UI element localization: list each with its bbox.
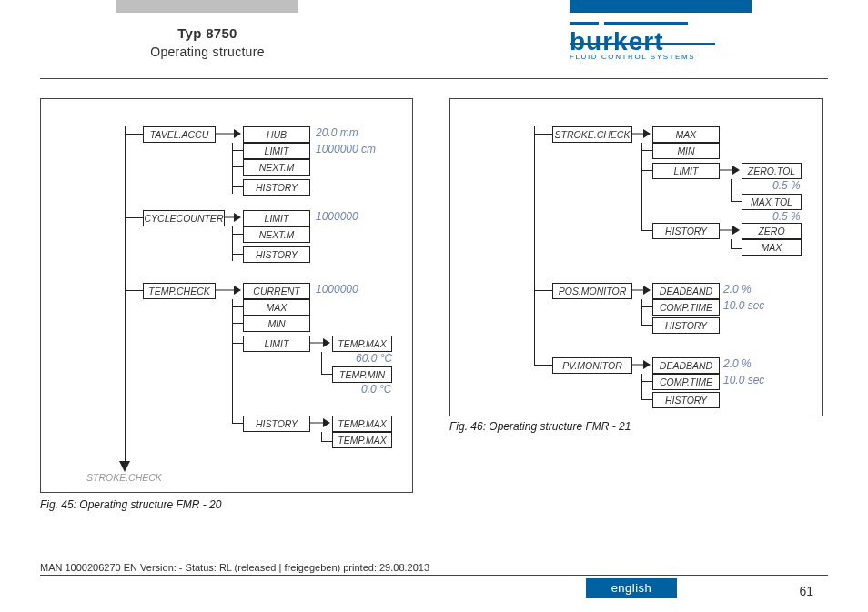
node-pm-comptime: COMP.TIME xyxy=(652,299,720,316)
svg-marker-4 xyxy=(323,338,330,347)
connector xyxy=(731,248,742,249)
figure-46-caption: Fig. 46: Operating structure FMR - 21 xyxy=(449,420,631,433)
doc-section-name: Operating structure xyxy=(116,45,298,59)
node-posmonitor: POS.MONITOR xyxy=(552,283,632,299)
node-cc-limit: LIMIT xyxy=(243,210,310,226)
svg-marker-10 xyxy=(643,360,651,369)
connector xyxy=(641,150,652,151)
backbone-vline xyxy=(125,126,126,468)
figure-45-caption: Fig. 45: Operating structure FMR - 20 xyxy=(40,498,221,511)
svg-marker-1 xyxy=(234,129,241,138)
node-sc-hist-zero: ZERO xyxy=(742,223,802,239)
connector xyxy=(232,423,243,424)
connector xyxy=(125,217,143,218)
connector xyxy=(534,134,552,135)
connector xyxy=(641,374,642,399)
arrow-right-icon xyxy=(720,225,740,236)
arrow-right-icon xyxy=(632,128,651,139)
connector xyxy=(731,179,732,201)
connector xyxy=(534,365,552,366)
node-tc-max: MAX xyxy=(243,299,310,316)
connector xyxy=(321,352,322,374)
node-nextm: NEXT.M xyxy=(243,159,310,176)
node-tc-history: HISTORY xyxy=(243,416,310,432)
connector xyxy=(232,343,243,344)
arrow-right-icon xyxy=(225,212,241,223)
connector xyxy=(125,134,143,135)
value-limit: 1000000 cm xyxy=(316,143,376,156)
connector xyxy=(321,374,332,375)
connector xyxy=(232,299,233,423)
connector xyxy=(641,299,642,325)
node-tc-hist-tempmax1: TEMP.MAX xyxy=(332,416,392,432)
arrow-right-icon xyxy=(216,285,241,296)
value-cc-limit: 1000000 xyxy=(316,210,358,223)
svg-marker-3 xyxy=(234,286,241,295)
node-cc-nextm: NEXT.M xyxy=(243,226,310,243)
value-pm-deadband: 2.0 % xyxy=(723,283,752,296)
connector xyxy=(731,239,732,248)
connector xyxy=(641,306,652,307)
svg-marker-9 xyxy=(643,286,651,295)
connector xyxy=(641,325,652,326)
arrow-right-icon xyxy=(216,128,241,139)
node-pm-history: HISTORY xyxy=(652,317,720,334)
connector xyxy=(641,381,652,382)
footer-note: MAN 1000206270 EN Version: - Status: RL … xyxy=(40,562,429,573)
node-tc-min: MIN xyxy=(243,316,310,332)
header-title-block: Typ 8750 Operating structure xyxy=(116,25,298,59)
value-hub: 20.0 mm xyxy=(316,126,358,139)
svg-marker-7 xyxy=(732,166,740,175)
page: Typ 8750 Operating structure burkert FLU… xyxy=(0,0,868,612)
arrow-right-icon xyxy=(720,165,740,176)
node-tempcheck: TEMP.CHECK xyxy=(143,283,216,299)
node-tc-limit: LIMIT xyxy=(243,336,310,352)
node-tc-hist-tempmax2: TEMP.MAX xyxy=(332,432,392,448)
node-sc-limit: LIMIT xyxy=(652,163,720,179)
svg-marker-2 xyxy=(234,213,241,222)
connector xyxy=(232,323,243,324)
connector xyxy=(641,143,642,230)
node-pvmonitor: PV.MONITOR xyxy=(552,357,632,374)
burkert-logo: burkert FLUID CONTROL SYSTEMS xyxy=(570,22,752,71)
svg-marker-6 xyxy=(643,129,651,138)
connector xyxy=(232,254,243,255)
logo-tagline: FLUID CONTROL SYSTEMS xyxy=(570,53,752,61)
node-history: HISTORY xyxy=(243,179,310,196)
value-pv-comptime: 10.0 sec xyxy=(723,374,764,386)
node-pv-comptime: COMP.TIME xyxy=(652,374,720,390)
label-strokecheck-out: STROKE.CHECK xyxy=(86,472,162,483)
connector xyxy=(321,432,322,441)
value-tc-tempmin: 0.0 °C xyxy=(361,383,391,396)
svg-marker-8 xyxy=(732,226,740,235)
value-sc-maxtol: 0.5 % xyxy=(772,210,801,223)
svg-marker-5 xyxy=(323,418,330,427)
arrow-right-icon xyxy=(310,417,330,428)
logo-accent-lines xyxy=(570,22,752,31)
connector xyxy=(125,290,143,291)
value-tc-current: 1000000 xyxy=(316,283,358,296)
node-limit: LIMIT xyxy=(243,143,310,159)
header-rule xyxy=(40,78,828,79)
connector xyxy=(641,170,652,171)
node-cc-history: HISTORY xyxy=(243,246,310,263)
value-tc-tempmax: 60.0 °C xyxy=(356,352,392,365)
node-sc-maxtol: MAX.TOL xyxy=(742,194,802,210)
node-tc-limit-tempmin: TEMP.MIN xyxy=(332,366,392,383)
arrow-right-icon xyxy=(632,285,651,296)
connector xyxy=(232,306,243,307)
node-pm-deadband: DEADBAND xyxy=(652,283,720,299)
node-pv-deadband: DEADBAND xyxy=(652,357,720,374)
connector xyxy=(232,234,243,235)
connector xyxy=(641,230,652,231)
node-sc-zerotol: ZERO.TOL xyxy=(742,163,802,179)
value-sc-zerotol: 0.5 % xyxy=(772,179,801,192)
node-sc-history: HISTORY xyxy=(652,223,720,239)
connector xyxy=(232,186,243,187)
language-badge: english xyxy=(586,578,677,598)
node-tc-limit-tempmax: TEMP.MAX xyxy=(332,336,392,352)
node-tavelaccu: TAVEL.ACCU xyxy=(143,126,216,143)
node-sc-hist-max: MAX xyxy=(742,239,802,256)
node-pv-history: HISTORY xyxy=(652,392,720,408)
node-cyclecounter: CYCLECOUNTER xyxy=(143,210,225,226)
